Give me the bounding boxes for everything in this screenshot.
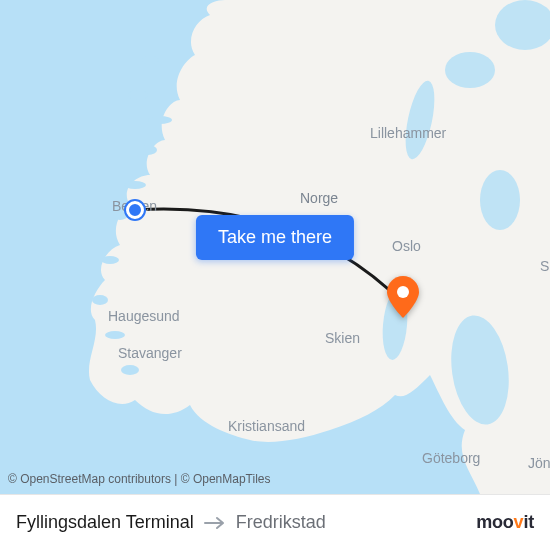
svg-point-1 xyxy=(141,56,159,64)
route-summary: Fyllingsdalen Terminal Fredrikstad xyxy=(16,512,476,533)
svg-point-7 xyxy=(101,256,119,264)
svg-point-10 xyxy=(121,365,139,375)
destination-marker[interactable] xyxy=(387,276,419,318)
map-area[interactable]: Lillehammer Norge Bergen Oslo Haugesund … xyxy=(0,0,550,494)
svg-point-4 xyxy=(139,145,157,155)
footer-bar: Fyllingsdalen Terminal Fredrikstad moovi… xyxy=(0,494,550,550)
brand-logo-text: moovit xyxy=(476,512,534,533)
route-from-label: Fyllingsdalen Terminal xyxy=(16,512,194,533)
arrow-right-icon xyxy=(204,516,226,530)
svg-point-3 xyxy=(148,116,172,124)
svg-point-8 xyxy=(92,295,108,305)
svg-point-2 xyxy=(128,90,148,100)
svg-point-12 xyxy=(445,52,495,88)
take-me-there-button[interactable]: Take me there xyxy=(196,215,354,260)
brand-logo[interactable]: moovit xyxy=(476,512,534,533)
origin-marker[interactable] xyxy=(126,201,144,219)
map-attribution: © OpenStreetMap contributors | © OpenMap… xyxy=(8,472,270,486)
map-pin-icon xyxy=(387,276,419,318)
app-root: Lillehammer Norge Bergen Oslo Haugesund … xyxy=(0,0,550,550)
svg-point-5 xyxy=(124,181,146,189)
route-to-label: Fredrikstad xyxy=(236,512,326,533)
svg-point-14 xyxy=(480,170,520,230)
svg-point-9 xyxy=(105,331,125,339)
svg-point-17 xyxy=(397,286,409,298)
